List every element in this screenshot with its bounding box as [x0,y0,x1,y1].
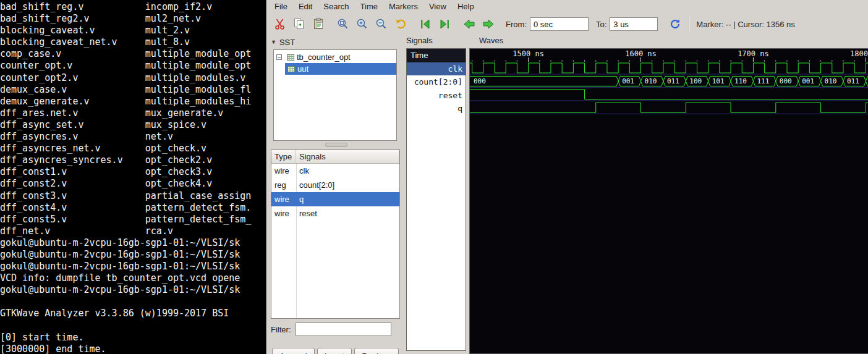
sst-signal-table: TypeSignals wireclkregcount[2:0]wireqwir… [271,150,400,319]
marker-cursor-status: Marker: -- | Cursor: 1356 ns [696,20,794,29]
insert-button[interactable]: Insert [317,348,352,354]
signal-row-reset[interactable]: wirereset [271,206,399,221]
signal-row-count[2:0][interactable]: regcount[2:0] [271,178,399,192]
terminal-line: dff_const3.v partial_case_assign [0,190,266,202]
reload-icon[interactable] [668,17,683,32]
svg-text:001: 001 [802,77,814,85]
next-edge-icon[interactable] [437,17,452,32]
menu-edit[interactable]: Edit [293,1,318,12]
terminal-line: [0] start time. [0,332,266,343]
signals-list: clkcount[2:0]resetq [407,62,466,116]
sst-tree[interactable]: tb_counter_optuut [273,49,397,141]
svg-text:000: 000 [780,77,792,85]
sst-header[interactable]: ▼ SST [271,36,402,48]
collapse-triangle-icon[interactable]: ▼ [271,39,276,45]
menu-time[interactable]: Time [355,1,383,12]
sst-header-label: SST [279,38,295,47]
svg-text:1800 ns: 1800 ns [850,49,868,58]
terminal-line: dff_ares.net.v mux_generate.v [0,107,266,119]
terminal-line: gokul@ubuntu-m-2vcpu-16gb-sgp1-01:~/VLSI… [0,284,266,296]
sst-table-header: TypeSignals [271,150,399,164]
terminal-line: dff_asyncres_net.v opt_check.v [0,143,266,154]
terminal-line: VCD info: dumpfile tb_counter_opt.vcd op… [0,272,266,284]
menu-help[interactable]: Help [452,1,480,12]
terminal-line: GTKWave Analyzer v3.3.86 (w)1999-2017 BS… [0,308,266,319]
menu-file[interactable]: File [269,1,293,12]
column-header-signals[interactable]: Signals [296,150,399,164]
column-header-type[interactable]: Type [271,150,296,164]
tree-node-uut[interactable]: uut [274,63,396,75]
signals-box: Time clkcount[2:0]resetq [406,48,466,351]
prev-edge-icon[interactable] [418,17,433,32]
replace-button[interactable]: Replace [354,348,399,354]
to-label: To: [596,20,606,29]
signal-item-q[interactable]: q [407,102,466,115]
menu-view[interactable]: View [423,1,452,12]
signal-name: q [296,192,399,206]
terminal[interactable]: bad_shift_reg.v incomp_if2.vbad_shift_re… [0,0,266,354]
signal-name: count[2:0] [296,178,399,192]
signal-row-q[interactable]: wireq [271,192,399,206]
terminal-line: comp_case.v multiple_module_opt [0,48,266,60]
signal-item-clk[interactable]: clk [407,62,466,75]
zoom-out-icon[interactable] [374,17,389,32]
terminal-line: dff_asyncres_syncres.v opt_check2.v [0,154,266,166]
svg-text:111: 111 [757,77,769,85]
svg-text:010: 010 [825,77,837,85]
splitter-handle[interactable] [271,143,402,148]
svg-text:1700 ns: 1700 ns [738,49,769,58]
signal-item-reset[interactable]: reset [407,89,466,102]
tree-expander-icon[interactable] [276,54,282,60]
time-header: Time [407,49,466,62]
filter-input[interactable] [296,322,391,336]
terminal-line: demux_generate.v multiple_modules_hi [0,96,266,107]
terminal-line: dff_async_set.v mux_spice.v [0,119,266,131]
zoom-fit-icon[interactable] [336,17,351,32]
svg-text:011: 011 [847,77,859,85]
sst-panel: ▼ SST tb_counter_optuut TypeSignals wire… [271,36,402,354]
terminal-line [0,320,266,332]
terminal-line: demux_case.v multiple_modules_fl [0,84,266,96]
from-input[interactable] [530,17,589,31]
signal-type: wire [271,164,296,178]
menu-search[interactable]: Search [318,1,354,12]
terminal-line: dff_const1.v opt_check3.v [0,166,266,178]
terminal-line: gokul@ubuntu-m-2vcpu-16gb-sgp1-01:~/VLSI… [0,249,266,261]
svg-text:010: 010 [645,77,657,85]
cut-icon[interactable] [273,17,287,32]
signal-row-clk[interactable]: wireclk [271,164,399,178]
shift-left-icon[interactable] [462,17,477,32]
copy-icon[interactable] [292,17,307,32]
terminal-line: dff_net.v rca.v [0,225,266,237]
terminal-line: [3000000] end time. [0,343,266,354]
paste-icon[interactable] [311,17,326,32]
svg-text:1600 ns: 1600 ns [625,49,657,58]
terminal-line: gokul@ubuntu-m-2vcpu-16gb-sgp1-01:~/VLSI… [0,261,266,272]
append-button[interactable]: Append [272,348,315,354]
terminal-line: bad_shift_reg.v incomp_if2.v [0,1,266,13]
menu-markers[interactable]: Markers [383,1,423,12]
zoom-undo-icon[interactable] [393,17,408,32]
svg-text:000: 000 [474,77,486,85]
toolbar: From: To: Marker: -- | Cursor: 1356 ns [266,12,868,36]
signal-name: reset [296,206,399,221]
menubar: FileEditSearchTimeMarkersViewHelp [266,0,868,12]
svg-text:100: 100 [689,77,702,85]
from-label: From: [506,20,527,29]
svg-text:101: 101 [712,77,725,85]
desktop: bad_shift_reg.v incomp_if2.vbad_shift_re… [0,0,868,354]
signal-type: reg [271,178,296,192]
to-input[interactable] [610,17,658,31]
toolbar-separator [689,17,690,32]
zoom-in-icon[interactable] [355,17,370,32]
module-icon [287,54,294,61]
terminal-line [0,296,266,308]
shift-right-icon[interactable] [481,17,496,32]
svg-text:011: 011 [667,77,679,85]
sst-buttons: AppendInsertReplace [272,348,399,354]
svg-text:1500 ns: 1500 ns [513,49,544,58]
tree-node-tb_counter_opt[interactable]: tb_counter_opt [274,51,396,63]
waves-canvas[interactable]: 1500 ns1600 ns1700 ns1800 ns000001010011… [469,48,868,354]
sst-table-body: wireclkregcount[2:0]wireqwirereset [271,164,399,319]
signal-item-count[2:0][interactable]: count[2:0] [407,75,466,88]
